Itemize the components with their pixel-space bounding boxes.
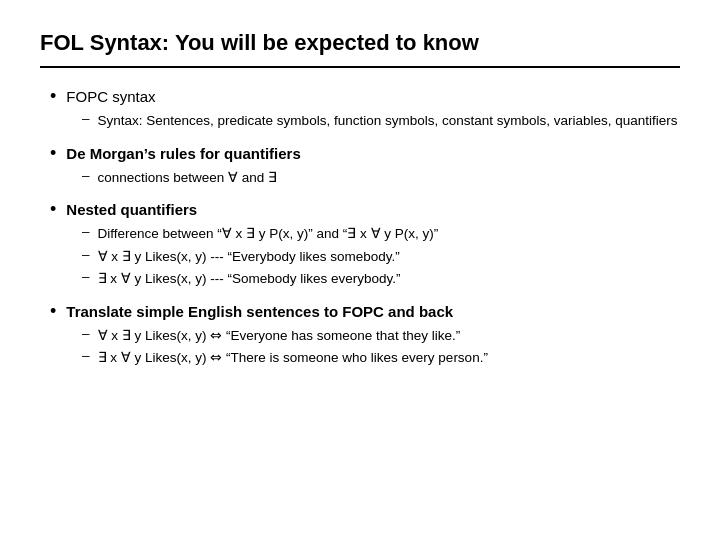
sub-text-nested-2: ∃ x ∀ y Likes(x, y) --- “Somebody likes … bbox=[98, 269, 401, 289]
slide-title: FOL Syntax: You will be expected to know bbox=[40, 30, 680, 68]
sub-bullets-translate: – ∀ x ∃ y Likes(x, y) ⇔ “Everyone has so… bbox=[82, 326, 680, 368]
bullet-label-translate: Translate simple English sentences to FO… bbox=[66, 303, 453, 320]
bullet-main-demorgan: • De Morgan’s rules for quantifiers bbox=[50, 145, 680, 164]
bullet-main-fopc: • FOPC syntax bbox=[50, 88, 680, 107]
sub-text-nested-1: ∀ x ∃ y Likes(x, y) --- “Everybody likes… bbox=[98, 247, 400, 267]
sub-bullet-nested-2: – ∃ x ∀ y Likes(x, y) --- “Somebody like… bbox=[82, 269, 680, 289]
sub-bullet-translate-1: – ∃ x ∀ y Likes(x, y) ⇔ “There is someon… bbox=[82, 348, 680, 368]
sub-dash: – bbox=[82, 247, 90, 262]
bullet-dot-demorgan: • bbox=[50, 143, 56, 164]
bullet-section-nested: • Nested quantifiers – Difference betwee… bbox=[50, 201, 680, 289]
bullet-section-fopc: • FOPC syntax – Syntax: Sentences, predi… bbox=[50, 88, 680, 131]
bullet-main-nested: • Nested quantifiers bbox=[50, 201, 680, 220]
sub-text-translate-1: ∃ x ∀ y Likes(x, y) ⇔ “There is someone … bbox=[98, 348, 488, 368]
sub-text-fopc-0: Syntax: Sentences, predicate symbols, fu… bbox=[98, 111, 678, 131]
bullet-section-translate: • Translate simple English sentences to … bbox=[50, 303, 680, 368]
sub-bullet-nested-1: – ∀ x ∃ y Likes(x, y) --- “Everybody lik… bbox=[82, 247, 680, 267]
bullet-label-demorgan: De Morgan’s rules for quantifiers bbox=[66, 145, 301, 162]
bullet-main-translate: • Translate simple English sentences to … bbox=[50, 303, 680, 322]
bullet-section-demorgan: • De Morgan’s rules for quantifiers – co… bbox=[50, 145, 680, 188]
sub-bullet-demorgan-0: – connections between ∀ and ∃ bbox=[82, 168, 680, 188]
sub-bullets-demorgan: – connections between ∀ and ∃ bbox=[82, 168, 680, 188]
content: • FOPC syntax – Syntax: Sentences, predi… bbox=[40, 88, 680, 368]
sub-text-demorgan-0: connections between ∀ and ∃ bbox=[98, 168, 278, 188]
bullet-dot-translate: • bbox=[50, 301, 56, 322]
slide: FOL Syntax: You will be expected to know… bbox=[0, 0, 720, 540]
sub-bullets-fopc: – Syntax: Sentences, predicate symbols, … bbox=[82, 111, 680, 131]
sub-bullet-translate-0: – ∀ x ∃ y Likes(x, y) ⇔ “Everyone has so… bbox=[82, 326, 680, 346]
sub-bullet-fopc-0: – Syntax: Sentences, predicate symbols, … bbox=[82, 111, 680, 131]
bullet-dot-nested: • bbox=[50, 199, 56, 220]
sub-dash: – bbox=[82, 224, 90, 239]
bullet-label-nested: Nested quantifiers bbox=[66, 201, 197, 218]
bullet-label-fopc: FOPC syntax bbox=[66, 88, 155, 105]
sub-text-nested-0: Difference between “∀ x ∃ y P(x, y)” and… bbox=[98, 224, 439, 244]
sub-bullet-nested-0: – Difference between “∀ x ∃ y P(x, y)” a… bbox=[82, 224, 680, 244]
sub-dash: – bbox=[82, 269, 90, 284]
sub-text-translate-0: ∀ x ∃ y Likes(x, y) ⇔ “Everyone has some… bbox=[98, 326, 461, 346]
sub-dash: – bbox=[82, 168, 90, 183]
sub-dash: – bbox=[82, 348, 90, 363]
sub-dash: – bbox=[82, 326, 90, 341]
sub-dash: – bbox=[82, 111, 90, 126]
bullet-dot-fopc: • bbox=[50, 86, 56, 107]
sub-bullets-nested: – Difference between “∀ x ∃ y P(x, y)” a… bbox=[82, 224, 680, 289]
